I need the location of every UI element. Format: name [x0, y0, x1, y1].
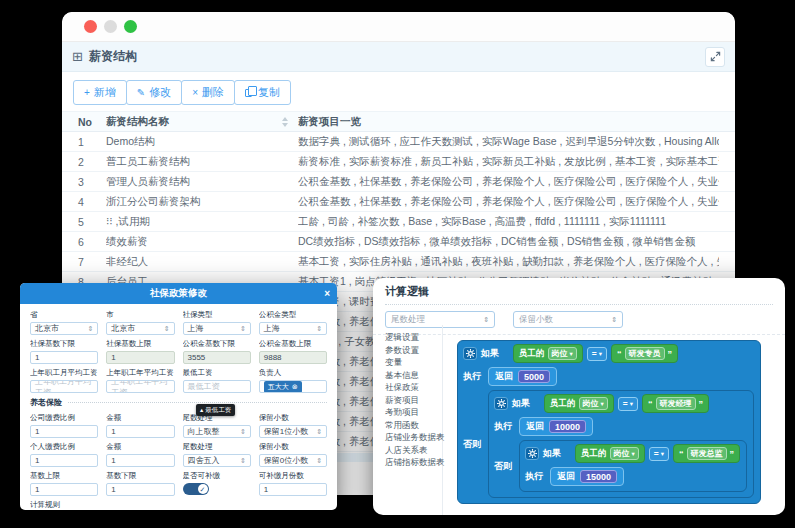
copy-button[interactable]: 复制 — [234, 80, 291, 105]
operator-dropdown[interactable]: =▾ — [618, 397, 638, 411]
updown-icon: ⇕ — [240, 457, 246, 465]
tag-close-icon[interactable]: ⊗ — [292, 383, 298, 391]
field-select[interactable]: 保留0位小数⇕ — [259, 454, 327, 467]
string-block[interactable]: “研发专员” — [611, 344, 678, 363]
toggle-switch[interactable]: ✓ — [183, 483, 209, 495]
modal-field: 公司缴费比例1 — [30, 413, 98, 438]
expand-button[interactable] — [705, 47, 725, 67]
calc-menu-item[interactable]: 社保政策 — [385, 381, 442, 394]
string-value[interactable]: 研发总监 — [687, 447, 727, 460]
field-input[interactable]: 1 — [106, 483, 174, 496]
calc-menu-item[interactable]: 常用函数 — [385, 419, 442, 432]
employee-field-block[interactable]: 员工的 岗位▾ — [544, 394, 614, 413]
modal-field: 市北京市⇕ — [106, 310, 174, 335]
calc-menu-item[interactable]: 考勤项目 — [385, 406, 442, 419]
calc-menu-item[interactable]: 变量 — [385, 356, 442, 369]
quote-right: ” — [730, 449, 735, 459]
string-block[interactable]: “研发经理” — [642, 394, 709, 413]
field-input[interactable]: 1 — [259, 483, 327, 496]
field-input[interactable]: 1 — [106, 454, 174, 467]
calc-menu-item[interactable]: 逻辑设置 — [385, 331, 442, 344]
chevron-down-icon: ▾ — [632, 450, 635, 458]
operator-dropdown[interactable]: =▾ — [587, 347, 607, 361]
column-header-name[interactable]: 薪资结构名称 — [106, 115, 298, 129]
calc-menu-item[interactable]: 人店关系表 — [385, 444, 442, 457]
modal-close-icon[interactable]: × — [324, 283, 330, 304]
zoom-window-button[interactable] — [124, 20, 137, 33]
field-input[interactable]: 上年职工年平均工资 — [106, 380, 174, 393]
table-row[interactable]: 1Demo结构数据字典 , 测试循环 , 应工作天数测试 , 实际Wage Ba… — [62, 132, 735, 152]
string-block[interactable]: “研发总监” — [673, 444, 740, 463]
table-row[interactable]: 4浙江分公司薪资架构公积金基数 , 社保基数 , 养老保险公司 , 养老保险个人… — [62, 192, 735, 212]
return-block[interactable]: 返回10000 — [519, 417, 593, 436]
table-row[interactable]: 6绩效薪资DC绩效指标 , DS绩效指标 , 微单绩效指标 , DC销售金额 ,… — [62, 232, 735, 252]
field-input[interactable]: 上年职工月平均工资 — [30, 380, 98, 393]
field-input[interactable]: 五大大⊗ — [259, 380, 327, 393]
field-select[interactable]: 保留1位小数⇕ — [259, 425, 327, 438]
calc-menu-item[interactable]: 店铺指标数据表 — [385, 456, 442, 469]
return-block[interactable]: 返回15000 — [550, 467, 624, 486]
field-dropdown[interactable]: 岗位▾ — [579, 397, 608, 410]
field-select[interactable]: 四舍五入⇕ — [183, 454, 251, 467]
field-input[interactable]: 最低工资 — [183, 380, 251, 393]
close-window-button[interactable] — [84, 20, 97, 33]
field-select[interactable]: 北京市⇕ — [30, 322, 98, 335]
field-input[interactable]: 9888 — [259, 351, 327, 364]
return-value[interactable]: 5000 — [518, 370, 550, 383]
calc-menu-item[interactable]: 薪资项目 — [385, 394, 442, 407]
field-input[interactable]: 3555 — [183, 351, 251, 364]
if-block-3[interactable]: 如果 员工的 岗位▾ =▾ “研发总监” 执行 — [519, 440, 747, 492]
field-select-value: 上海 — [264, 323, 280, 334]
string-value[interactable]: 研发专员 — [625, 347, 665, 360]
calc-logic-panel: 计算逻辑 尾数处理 ⇕ 保留小数 ⇕ 逻辑设置参数设置变量基本信息社保政策薪资项… — [373, 278, 785, 515]
updown-icon: ⇕ — [316, 325, 322, 333]
field-select[interactable]: 北京市⇕ — [106, 322, 174, 335]
return-value[interactable]: 15000 — [580, 470, 617, 483]
decimals-select-value: 保留小数 — [519, 314, 553, 326]
field-select[interactable]: 上海⇕ — [259, 322, 327, 335]
field-input[interactable]: 1 — [30, 483, 98, 496]
field-input[interactable]: 1 — [106, 425, 174, 438]
quote-left: “ — [679, 449, 684, 459]
field-input[interactable]: 1 — [30, 425, 98, 438]
table-row[interactable]: 5⁝⁝ ,试用期工龄 , 司龄 , 补签次数 , Base , 实际Base ,… — [62, 212, 735, 232]
add-button[interactable]: +新增 — [73, 80, 127, 105]
modal-field: 上年职工年平均工资上年职工年平均工资 — [106, 368, 174, 393]
table-row[interactable]: 3管理人员薪资结构公积金基数 , 社保基数 , 养老保险公司 , 养老保险个人 … — [62, 172, 735, 192]
row-number: 3 — [78, 176, 106, 188]
field-select[interactable]: 上海⇕ — [183, 322, 251, 335]
minimize-window-button[interactable] — [104, 20, 117, 33]
calc-menu-item[interactable]: 基本信息 — [385, 369, 442, 382]
field-label: 是否可补缴 — [183, 471, 251, 481]
calc-menu-item[interactable]: 参数设置 — [385, 344, 442, 357]
sort-icon[interactable] — [282, 117, 288, 127]
if-block-1[interactable]: 如果 员工的 岗位▾ =▾ “研发专员” 执行 返回5000 否则 — [457, 340, 761, 504]
field-input[interactable]: 1 — [30, 454, 98, 467]
table-row[interactable]: 7非经纪人基本工资 , 实际住房补贴 , 通讯补贴 , 夜班补贴 , 缺勤扣款 … — [62, 252, 735, 272]
column-header-no: No — [78, 116, 106, 128]
modal-field: 是否可补缴✓ — [183, 471, 251, 496]
field-input[interactable]: 1 — [106, 351, 174, 364]
operator-dropdown[interactable]: =▾ — [649, 447, 669, 461]
employee-field-block[interactable]: 员工的 岗位▾ — [575, 444, 645, 463]
delete-button[interactable]: ×删除 — [181, 80, 235, 105]
field-label: 基数下限 — [106, 471, 174, 481]
decimals-select[interactable]: 保留小数 ⇕ — [513, 311, 623, 328]
field-dropdown[interactable]: 岗位▾ — [548, 347, 577, 360]
field-select[interactable]: 向上取整⇕ — [183, 425, 251, 438]
structure-items: 公积金基数 , 社保基数 , 养老保险公司 , 养老保险个人 , 医疗保险公司 … — [298, 175, 719, 189]
return-value[interactable]: 10000 — [549, 420, 586, 433]
employee-field-block[interactable]: 员工的 岗位▾ — [513, 344, 583, 363]
table-row[interactable]: 2普工员工薪资结构薪资标准 , 实际薪资标准 , 新员工补贴 , 实际新员工补贴… — [62, 152, 735, 172]
return-block[interactable]: 返回5000 — [488, 367, 557, 386]
edit-button[interactable]: ✎修改 — [126, 80, 182, 105]
if-block-2[interactable]: 如果 员工的 岗位▾ =▾ “研发经理” 执行 返回10000 — [488, 390, 754, 498]
field-dropdown[interactable]: 岗位▾ — [610, 447, 639, 460]
field-input[interactable]: 1 — [30, 351, 98, 364]
gear-icon[interactable] — [525, 447, 539, 460]
gear-icon[interactable] — [463, 347, 477, 360]
calc-menu-item[interactable]: 店铺业务数据表 — [385, 431, 442, 444]
gear-icon[interactable] — [494, 397, 508, 410]
string-value[interactable]: 研发经理 — [656, 397, 696, 410]
structure-name: Demo结构 — [106, 135, 298, 149]
